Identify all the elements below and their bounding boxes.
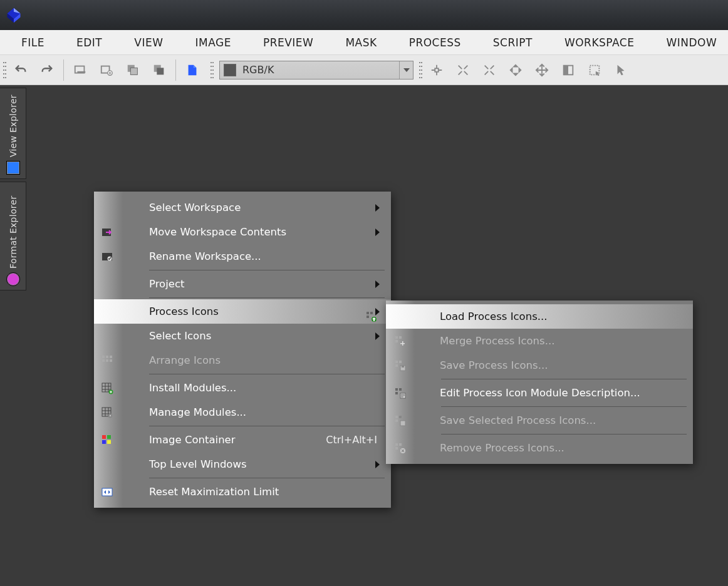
toolbar: RGB/K [0, 55, 728, 85]
submenu-edit-process-icon-desc[interactable]: Edit Process Icon Module Description... [415, 381, 693, 405]
menu-workspace[interactable]: WORKSPACE [548, 31, 650, 54]
submenu-remove-process-icons: Remove Process Icons... [415, 436, 693, 460]
menu-separator [149, 478, 385, 478]
toolbar-grip[interactable] [3, 61, 7, 80]
menu-install-modules[interactable]: Install Modules... [123, 376, 391, 400]
svg-rect-40 [102, 440, 106, 444]
svg-rect-21 [110, 356, 112, 358]
svg-rect-9 [130, 68, 137, 75]
format-explorer-label: Format Explorer [8, 186, 18, 269]
view-explorer-label: View Explorer [8, 92, 18, 157]
undo-button[interactable] [8, 58, 33, 83]
svg-rect-5 [77, 71, 85, 73]
menu-separator [149, 374, 385, 374]
menu-separator [149, 426, 385, 426]
svg-rect-24 [110, 359, 112, 362]
menu-process[interactable]: PROCESS [393, 31, 477, 54]
svg-rect-42 [102, 488, 112, 496]
window-mask-button[interactable] [147, 58, 172, 83]
move-workspace-icon [100, 225, 114, 239]
tool-collapse-button[interactable] [477, 58, 502, 83]
svg-rect-39 [107, 435, 111, 439]
menu-process-icons[interactable]: Process Icons [94, 299, 391, 324]
submenu-arrow-icon [375, 280, 380, 288]
new-window-button[interactable] [94, 58, 119, 83]
svg-rect-11 [157, 68, 164, 75]
tool-pan-button[interactable] [503, 58, 528, 83]
color-mode-combo[interactable]: RGB/K [219, 61, 413, 80]
menu-edit[interactable]: EDIT [60, 31, 118, 54]
svg-rect-48 [399, 336, 402, 339]
app-logo-icon [5, 6, 23, 24]
menu-separator [149, 297, 385, 298]
menu-select-icons[interactable]: Select Icons [123, 324, 391, 348]
format-explorer-tab[interactable]: Format Explorer [0, 182, 26, 290]
svg-rect-23 [106, 359, 108, 362]
tool-pointer-button[interactable] [608, 58, 633, 83]
menu-manage-modules[interactable]: Manage Modules... [123, 400, 391, 424]
color-swatch-icon [224, 64, 236, 76]
image-container-icon [100, 433, 114, 447]
context-menu-gutter [94, 192, 123, 508]
menu-file[interactable]: FILE [4, 31, 60, 54]
menu-arrange-icons: Arrange Icons [123, 348, 391, 373]
workspace-area[interactable]: View Explorer Format Explorer Select Wor… [0, 85, 728, 586]
svg-rect-14 [564, 65, 568, 75]
menu-top-level-windows[interactable]: Top Level Windows [123, 452, 391, 476]
menu-rename-workspace[interactable]: Rename Workspace... [123, 244, 391, 269]
toolbar-grip[interactable] [210, 61, 214, 80]
tool-move-button[interactable] [529, 58, 554, 83]
menu-mask[interactable]: MASK [329, 31, 392, 54]
edit-process-icon-desc-icon [393, 386, 407, 400]
menu-separator [149, 270, 385, 270]
save-selected-process-icons-icon [393, 414, 407, 428]
menu-project[interactable]: Project [123, 272, 391, 296]
menu-image[interactable]: IMAGE [179, 31, 246, 54]
submenu-arrow-icon [375, 461, 380, 468]
toolbar-grip[interactable] [419, 61, 423, 80]
submenu-load-process-icons[interactable]: Load Process Icons... [386, 304, 693, 329]
menu-reset-maximization-limit[interactable]: Reset Maximization Limit [123, 480, 391, 504]
submenu-save-selected-process-icons: Save Selected Process Icons... [415, 408, 693, 433]
svg-rect-67 [400, 421, 405, 426]
tool-select-button[interactable] [582, 58, 607, 83]
merge-process-icons-icon [393, 334, 407, 348]
menu-separator [441, 406, 687, 407]
svg-rect-56 [402, 366, 404, 368]
load-process-icons-icon [365, 310, 378, 324]
tool-center-button[interactable] [424, 58, 449, 83]
svg-rect-70 [395, 447, 398, 450]
svg-rect-19 [102, 356, 105, 358]
menu-image-container[interactable]: Image Container Ctrl+Alt+I [123, 428, 391, 452]
svg-rect-52 [395, 361, 398, 363]
menu-separator [441, 379, 687, 379]
svg-rect-64 [395, 416, 398, 418]
tool-fullscreen-button[interactable] [450, 58, 476, 83]
svg-rect-41 [107, 440, 111, 444]
menu-view[interactable]: VIEW [118, 31, 179, 54]
svg-rect-65 [399, 416, 402, 418]
menu-move-workspace-contents[interactable]: Move Workspace Contents [123, 220, 391, 244]
svg-rect-69 [399, 443, 402, 446]
svg-rect-22 [102, 359, 105, 362]
blue-file-button[interactable] [180, 58, 205, 83]
tool-half-button[interactable] [556, 58, 581, 83]
rename-workspace-icon [100, 250, 114, 264]
redo-button[interactable] [34, 58, 60, 83]
svg-rect-20 [106, 356, 108, 358]
svg-rect-49 [395, 340, 398, 342]
format-explorer-swatch-icon [6, 272, 20, 286]
window-copy-button[interactable] [120, 58, 145, 83]
submenu-save-process-icons: Save Process Icons... [415, 353, 693, 378]
menu-window[interactable]: WINDOW [650, 31, 728, 54]
dropdown-icon[interactable] [399, 61, 413, 79]
image-window-button[interactable] [68, 58, 93, 83]
submenu-arrow-icon [375, 204, 380, 212]
submenu-merge-process-icons: Merge Process Icons... [415, 329, 693, 353]
menu-preview[interactable]: PREVIEW [247, 31, 330, 54]
menu-select-workspace[interactable]: Select Workspace [123, 195, 391, 220]
save-process-icons-icon [393, 359, 407, 373]
view-explorer-tab[interactable]: View Explorer [0, 88, 26, 179]
menu-script[interactable]: SCRIPT [477, 31, 548, 54]
menu-bar: FILE EDIT VIEW IMAGE PREVIEW MASK PROCES… [0, 30, 728, 55]
